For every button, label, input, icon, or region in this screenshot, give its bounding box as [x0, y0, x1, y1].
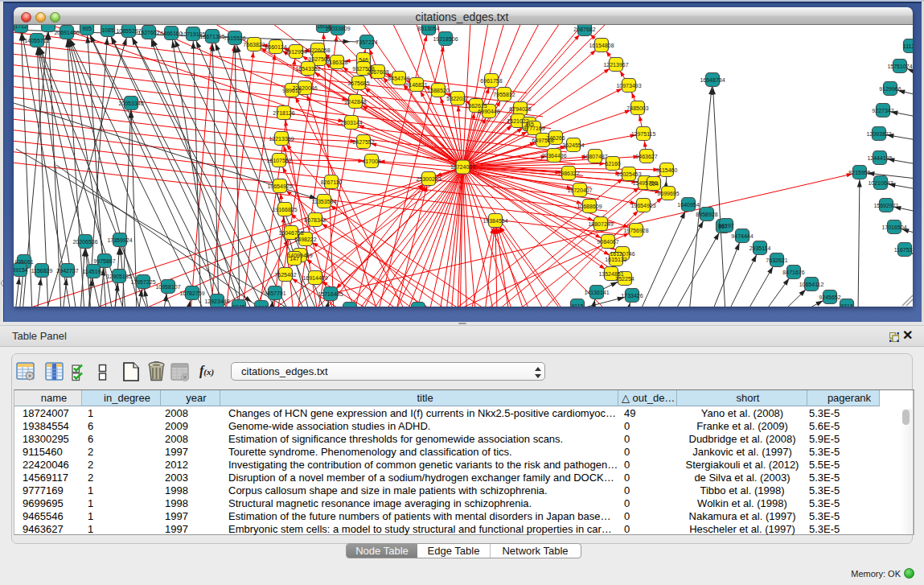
- svg-text:7955812: 7955812: [493, 92, 515, 97]
- svg-text:19384554: 19384554: [483, 218, 507, 224]
- svg-text:1362615: 1362615: [465, 103, 487, 109]
- svg-text:9474444: 9474444: [731, 233, 753, 239]
- svg-text:5322037: 5322037: [446, 96, 468, 101]
- svg-text:1167533: 1167533: [894, 247, 916, 253]
- svg-text:10688609: 10688609: [577, 204, 602, 209]
- svg-text:17016504: 17016504: [881, 225, 906, 230]
- svg-text:12905185: 12905185: [106, 274, 131, 279]
- svg-text:15692971: 15692971: [873, 203, 898, 208]
- svg-text:9457791: 9457791: [264, 290, 285, 296]
- svg-text:9115: 9115: [571, 303, 583, 309]
- svg-text:19166825: 19166825: [272, 207, 297, 212]
- svg-text:15720407: 15720407: [567, 187, 592, 193]
- svg-text:2367608: 2367608: [367, 69, 388, 75]
- svg-text:16648784: 16648784: [700, 77, 725, 83]
- svg-text:18724007: 18724007: [450, 164, 475, 170]
- svg-text:8471676: 8471676: [782, 270, 804, 275]
- svg-text:252254: 252254: [615, 276, 634, 282]
- svg-text:16046758: 16046758: [278, 230, 303, 236]
- svg-text:20053346: 20053346: [118, 101, 143, 106]
- svg-text:1615132: 1615132: [605, 257, 626, 262]
- svg-text:8454749: 8454749: [388, 76, 409, 81]
- svg-text:8813054: 8813054: [417, 26, 439, 31]
- svg-text:995: 995: [82, 26, 92, 31]
- svg-text:604: 604: [649, 181, 659, 187]
- svg-text:746266: 746266: [546, 135, 565, 141]
- svg-text:20206536: 20206536: [72, 239, 97, 245]
- svg-text:8660124: 8660124: [265, 44, 286, 50]
- svg-text:19218506: 19218506: [433, 36, 458, 42]
- svg-text:17957225: 17957225: [130, 279, 155, 285]
- svg-text:1588520: 1588520: [427, 88, 449, 93]
- svg-text:39154: 39154: [12, 267, 28, 273]
- svg-text:10210643: 10210643: [868, 180, 893, 186]
- svg-text:1610: 1610: [255, 305, 268, 311]
- svg-text:13226058: 13226058: [305, 47, 330, 53]
- svg-text:14055712: 14055712: [24, 38, 49, 43]
- svg-text:20364436: 20364436: [541, 153, 566, 159]
- svg-text:1640954: 1640954: [677, 202, 699, 208]
- svg-text:25300203: 25300203: [416, 176, 441, 182]
- svg-text:3675685: 3675685: [347, 80, 369, 86]
- svg-text:14136141: 14136141: [584, 290, 609, 295]
- svg-text:12213369: 12213369: [269, 136, 294, 142]
- svg-text:1527602: 1527602: [138, 30, 159, 35]
- svg-text:1482: 1482: [343, 307, 356, 312]
- svg-text:2942737: 2942737: [56, 268, 78, 274]
- svg-text:99197: 99197: [718, 223, 734, 229]
- svg-text:7625402: 7625402: [274, 272, 296, 278]
- svg-text:12444195: 12444195: [867, 155, 892, 161]
- svg-text:17359924: 17359924: [107, 237, 132, 243]
- svg-text:16543362: 16543362: [295, 66, 320, 72]
- svg-text:2803144: 2803144: [340, 120, 362, 126]
- svg-text:10654112: 10654112: [799, 282, 824, 287]
- svg-text:8427552: 8427552: [352, 139, 374, 145]
- svg-text:7663822: 7663822: [243, 42, 265, 47]
- svg-text:10973493: 10973493: [616, 83, 641, 89]
- svg-text:6990448: 6990448: [478, 109, 499, 114]
- svg-text:2718126: 2718126: [273, 110, 294, 116]
- svg-text:9463627: 9463627: [635, 154, 657, 159]
- svg-text:3624554: 3624554: [562, 142, 584, 148]
- svg-text:8267110: 8267110: [321, 179, 343, 185]
- svg-text:7485003: 7485003: [626, 105, 648, 111]
- svg-text:8215955: 8215955: [848, 170, 870, 175]
- svg-text:1156829: 1156829: [31, 268, 53, 274]
- svg-text:2935114: 2935114: [749, 245, 771, 251]
- svg-text:16914479: 16914479: [302, 275, 327, 281]
- svg-text:9242848: 9242848: [344, 99, 366, 105]
- svg-text:1145194: 1145194: [83, 269, 105, 274]
- svg-text:5498222: 5498222: [294, 237, 316, 242]
- svg-text:9777169: 9777169: [523, 126, 544, 131]
- svg-text:19756928: 19756928: [623, 228, 648, 233]
- svg-text:8678342: 8678342: [304, 217, 326, 223]
- svg-text:10025453: 10025453: [616, 171, 641, 177]
- svg-text:12093822: 12093822: [866, 131, 891, 137]
- svg-text:11129: 11129: [903, 43, 918, 49]
- svg-text:9227342: 9227342: [872, 108, 893, 113]
- svg-text:7357224: 7357224: [355, 39, 377, 45]
- svg-text:11353594: 11353594: [312, 199, 337, 204]
- svg-text:9146821: 9146821: [405, 82, 427, 88]
- svg-text:12975115: 12975115: [631, 131, 656, 137]
- svg-text:10958107: 10958107: [155, 284, 180, 290]
- svg-text:8912954: 8912954: [285, 49, 306, 55]
- svg-text:935061: 935061: [14, 259, 33, 265]
- svg-text:12923448: 12923448: [204, 299, 229, 304]
- svg-text:16107552: 16107552: [266, 158, 291, 163]
- svg-text:15751074: 15751074: [887, 64, 912, 69]
- svg-text:1733426: 1733426: [621, 293, 643, 299]
- svg-text:9975867: 9975867: [93, 258, 115, 264]
- svg-text:1085: 1085: [101, 27, 114, 33]
- svg-text:989615: 989615: [282, 88, 301, 93]
- svg-text:20691406: 20691406: [54, 30, 79, 35]
- svg-text:19654923: 19654923: [630, 203, 655, 208]
- svg-text:9084067: 9084067: [597, 239, 618, 245]
- svg-text:16120746: 16120746: [610, 251, 634, 257]
- svg-text:8186328: 8186328: [326, 60, 347, 65]
- svg-text:10807487: 10807487: [582, 154, 607, 159]
- svg-text:2087682: 2087682: [573, 27, 595, 32]
- svg-text:9245: 9245: [232, 304, 245, 310]
- svg-text:16154808: 16154808: [589, 43, 614, 48]
- svg-text:6961758: 6961758: [480, 78, 502, 84]
